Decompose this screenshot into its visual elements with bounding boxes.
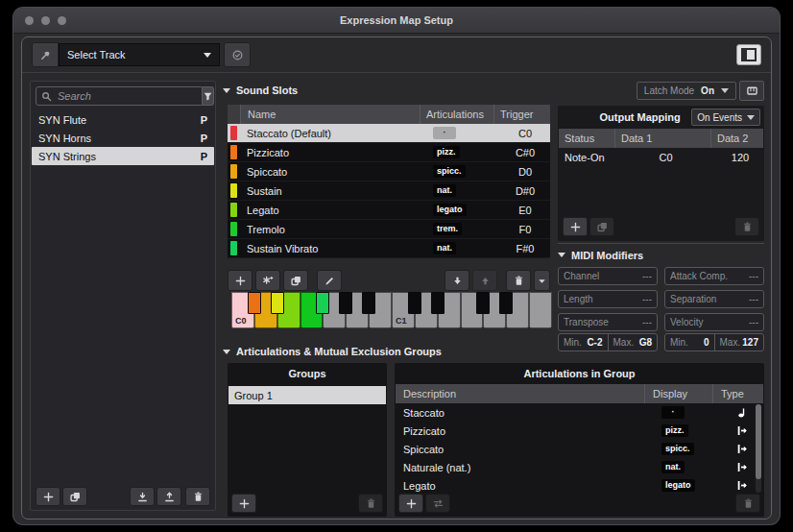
output-mapping-mode-select[interactable]: On Events bbox=[691, 109, 760, 126]
output-mapping-row[interactable]: Note-OnC0120 bbox=[559, 148, 763, 166]
add-map-button[interactable] bbox=[36, 487, 60, 506]
articulation-row[interactable]: Spiccatospicc. bbox=[396, 440, 763, 458]
export-map-button[interactable] bbox=[156, 487, 181, 506]
slot-articulation-cell: · bbox=[427, 127, 500, 139]
apply-button[interactable] bbox=[224, 42, 251, 67]
add-slot-button[interactable] bbox=[228, 270, 252, 291]
sound-slot-row[interactable]: Pizzicatopizz.C#0 bbox=[228, 143, 550, 162]
slot-trigger: D0 bbox=[500, 166, 550, 178]
black-key-Fs1[interactable] bbox=[476, 292, 490, 314]
black-key-Cs0[interactable] bbox=[248, 292, 261, 314]
output-mapping-mode-value: On Events bbox=[697, 112, 742, 123]
articulation-row[interactable]: Naturale (nat.)nat. bbox=[396, 458, 763, 476]
duplicate-map-button[interactable] bbox=[62, 487, 87, 506]
remove-group-button[interactable] bbox=[358, 494, 383, 513]
sound-slots-toolbar bbox=[228, 271, 550, 290]
setup-window-layout-button[interactable] bbox=[736, 44, 761, 65]
slot-options-dropdown[interactable] bbox=[534, 270, 550, 291]
pin-icon[interactable] bbox=[32, 42, 59, 67]
remove-map-button[interactable] bbox=[185, 487, 210, 506]
latch-mode-group: Latch Mode On bbox=[637, 81, 764, 101]
sound-slots-table: Name Articulations Trigger Staccato (Def… bbox=[228, 105, 550, 258]
black-key-Ds1[interactable] bbox=[431, 292, 445, 314]
articulation-badge: legato bbox=[661, 479, 695, 492]
black-key-Gs0[interactable] bbox=[339, 292, 352, 314]
piano-keys-icon[interactable] bbox=[739, 81, 764, 101]
add-group-button[interactable] bbox=[231, 494, 256, 513]
sound-slot-row[interactable]: Sustain Vibratonat.F#0 bbox=[228, 239, 550, 258]
move-slot-up-button[interactable] bbox=[472, 270, 497, 291]
articulation-row[interactable]: Legatolegato bbox=[396, 476, 763, 495]
import-map-button[interactable] bbox=[130, 487, 155, 506]
duplicate-slot-button[interactable] bbox=[283, 270, 308, 291]
move-slot-down-button[interactable] bbox=[445, 270, 469, 291]
remove-slot-button[interactable] bbox=[506, 270, 531, 291]
sound-slot-row[interactable]: Staccato (Default)·C0 bbox=[228, 124, 550, 143]
midi-field-length[interactable]: Length--- bbox=[558, 290, 658, 308]
field-value: --- bbox=[749, 294, 758, 304]
black-key-As0[interactable] bbox=[362, 292, 375, 314]
group-item[interactable]: Group 1 bbox=[228, 386, 386, 404]
articulation-badge: nat. bbox=[661, 461, 685, 473]
slot-articulation-cell: nat. bbox=[427, 184, 500, 197]
titlebar[interactable]: Expression Map Setup bbox=[13, 8, 780, 34]
midi-field-channel[interactable]: Channel--- bbox=[558, 267, 658, 285]
search-input[interactable] bbox=[56, 89, 197, 103]
type-column-header: Type bbox=[713, 384, 763, 403]
output-mapping-title-row: Output Mapping On Events bbox=[558, 106, 764, 129]
add-output-event-button[interactable] bbox=[563, 217, 588, 236]
slot-color-swatch bbox=[230, 145, 237, 159]
sidebar-map-item[interactable]: SYN StringsP bbox=[32, 147, 214, 165]
swap-articulation-button[interactable] bbox=[425, 494, 450, 513]
slot-name: Pizzicato bbox=[237, 147, 427, 158]
articulation-row[interactable]: Pizzicatopizz. bbox=[396, 422, 763, 440]
collapse-triangle-icon[interactable] bbox=[558, 253, 565, 257]
map-name: SYN Strings bbox=[38, 151, 96, 162]
black-key-Ds0[interactable] bbox=[271, 292, 284, 314]
articulation-badge: · bbox=[661, 406, 685, 419]
latch-mode-select[interactable]: Latch Mode On bbox=[637, 82, 736, 100]
collapse-triangle-icon[interactable] bbox=[223, 88, 230, 93]
minimize-button[interactable] bbox=[41, 16, 50, 25]
articulation-badge: legato bbox=[433, 204, 467, 216]
field-value: --- bbox=[749, 271, 758, 281]
trigger-keyboard[interactable]: C0C1 bbox=[231, 292, 552, 328]
midi-field-transpose[interactable]: Transpose--- bbox=[558, 313, 658, 331]
black-key-Fs0[interactable] bbox=[316, 292, 329, 314]
articulation-rows: Staccato·Pizzicatopizz.Spiccatospicc.Nat… bbox=[395, 403, 764, 495]
sidebar-map-item[interactable]: SYN FluteP bbox=[32, 110, 214, 129]
articulation-badge: pizz. bbox=[661, 424, 688, 437]
midi-field-velocity[interactable]: Velocity--- bbox=[664, 313, 764, 331]
articulation-groups-header: Articulations & Mutual Exclusion Groups bbox=[223, 342, 764, 361]
zoom-button[interactable] bbox=[58, 16, 66, 25]
output-data2: 120 bbox=[717, 152, 763, 163]
white-key-B1[interactable] bbox=[529, 292, 552, 328]
sound-slot-row[interactable]: Sustainnat.D#0 bbox=[228, 181, 550, 201]
search-field[interactable] bbox=[36, 86, 203, 106]
add-articulation-row-button[interactable] bbox=[398, 494, 423, 513]
black-key-Cs1[interactable] bbox=[408, 292, 421, 314]
sound-slot-row[interactable]: Tremolotrem.F0 bbox=[228, 220, 550, 239]
output-mapping-rows: Note-OnC0120 bbox=[558, 148, 764, 166]
field-value: --- bbox=[642, 294, 652, 304]
midi-field-separation[interactable]: Separation--- bbox=[664, 290, 764, 308]
sidebar-map-item[interactable]: SYN HornsP bbox=[32, 129, 214, 147]
articulation-row[interactable]: Staccato· bbox=[396, 403, 763, 422]
sound-slot-row[interactable]: Spiccatospicc.D0 bbox=[228, 162, 550, 181]
filter-button[interactable] bbox=[203, 86, 214, 106]
remove-articulation-button[interactable] bbox=[735, 494, 760, 513]
edit-slot-button[interactable] bbox=[317, 270, 342, 291]
midi-field-attack-comp-[interactable]: Attack Comp.--- bbox=[664, 267, 764, 285]
collapse-triangle-icon[interactable] bbox=[223, 350, 230, 354]
sound-slot-row[interactable]: LegatolegatoE0 bbox=[228, 201, 550, 220]
duplicate-output-event-button[interactable] bbox=[589, 217, 614, 236]
slot-articulation-cell: pizz. bbox=[427, 146, 500, 158]
black-key-Gs1[interactable] bbox=[499, 292, 513, 314]
track-selector-label: Select Track bbox=[67, 49, 126, 60]
track-selector[interactable]: Select Track bbox=[59, 43, 220, 66]
remove-output-event-button[interactable] bbox=[734, 217, 759, 236]
chevron-down-icon bbox=[721, 88, 729, 93]
close-button[interactable] bbox=[25, 16, 34, 25]
slot-name: Staccato (Default) bbox=[237, 128, 427, 139]
add-articulation-button[interactable] bbox=[255, 270, 280, 291]
